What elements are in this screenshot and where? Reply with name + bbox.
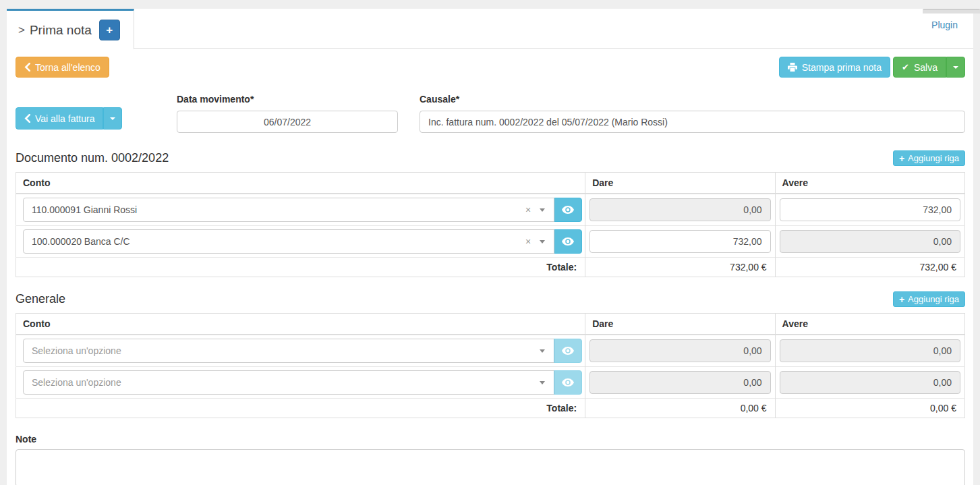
conto-select[interactable]: 100.000020 Banca C/C × <box>23 229 554 254</box>
goto-invoice-dropdown-button[interactable] <box>103 107 122 130</box>
content-area: Torna all'elenco Stampa prima nota ✔ <box>7 57 973 485</box>
table-row: 110.000091 Gianni Rossi × <box>16 194 965 226</box>
dare-input[interactable] <box>589 230 770 253</box>
clear-selection-icon[interactable]: × <box>525 236 531 247</box>
eye-icon <box>562 237 574 246</box>
conto-select[interactable]: Seleziona un'opzione <box>23 339 554 363</box>
check-icon: ✔ <box>902 62 909 72</box>
save-button-group: ✔ Salva <box>893 57 965 78</box>
page-title: Prima nota <box>30 23 92 38</box>
save-button[interactable]: ✔ Salva <box>893 57 946 78</box>
view-account-button <box>554 370 582 395</box>
plugin-link[interactable]: Plugin <box>931 20 958 30</box>
view-account-button <box>554 339 582 363</box>
plus-icon: + <box>899 153 904 164</box>
dare-input <box>589 371 770 394</box>
conto-select-group: 100.000020 Banca C/C × <box>23 229 582 254</box>
main-panel: > Prima nota + Plugin Torna all'elenco <box>7 9 973 485</box>
conto-select-placeholder: Seleziona un'opzione <box>32 377 121 388</box>
documento-table: Conto Dare Avere 110.000091 Gianni Rossi <box>16 172 965 277</box>
table-row: 100.000020 Banca C/C × <box>16 226 965 258</box>
total-row: Totale: 732,00 € 732,00 € <box>16 258 965 277</box>
eye-icon <box>562 347 574 355</box>
tab-bar: > Prima nota + Plugin <box>7 9 973 49</box>
clear-selection-icon[interactable]: × <box>525 204 531 215</box>
column-header-avere: Avere <box>775 173 964 194</box>
select-caret-icon <box>540 381 545 384</box>
back-to-list-label: Torna all'elenco <box>35 62 100 73</box>
note-section: Note <box>16 434 965 485</box>
view-account-button[interactable] <box>554 198 582 222</box>
total-row: Totale: 0,00 € 0,00 € <box>16 399 965 418</box>
conto-select[interactable]: 110.000091 Gianni Rossi × <box>23 198 554 222</box>
back-to-list-button[interactable]: Torna all'elenco <box>16 57 109 78</box>
toolbar-right: Stampa prima nota ✔ Salva <box>779 57 965 78</box>
caret-down-icon <box>110 117 115 120</box>
conto-select-placeholder: Seleziona un'opzione <box>32 345 121 356</box>
table-row: Seleziona un'opzione <box>16 367 965 399</box>
goto-invoice-button[interactable]: Vai alla fattura <box>16 107 103 130</box>
add-row-button[interactable]: + Aggiungi riga <box>893 291 965 307</box>
save-label: Salva <box>914 62 938 73</box>
total-avere: 732,00 € <box>775 258 964 277</box>
printer-icon <box>788 63 797 72</box>
table-row: Seleziona un'opzione <box>16 335 965 367</box>
add-row-label: Aggiungi riga <box>908 153 959 163</box>
section-header: Documento num. 0002/2022 + Aggiungi riga <box>16 150 965 166</box>
chevron-left-icon <box>24 114 30 123</box>
print-label: Stampa prima nota <box>802 62 882 73</box>
conto-select-group: 110.000091 Gianni Rossi × <box>23 198 582 222</box>
dare-input <box>589 198 770 221</box>
avere-input <box>780 230 960 253</box>
column-header-dare: Dare <box>585 173 775 194</box>
eye-icon <box>562 206 574 214</box>
section-title: Generale <box>16 292 65 306</box>
toolbar: Torna all'elenco Stampa prima nota ✔ <box>16 57 965 78</box>
view-account-button[interactable] <box>554 229 582 254</box>
plus-icon: + <box>106 24 113 36</box>
goto-invoice-button-group: Vai alla fattura <box>16 107 122 130</box>
goto-invoice-label: Vai alla fattura <box>35 113 94 124</box>
header-form: Vai alla fattura Data movimento* Causale… <box>16 94 965 133</box>
select-caret-icon <box>540 349 545 353</box>
avere-input <box>780 339 960 362</box>
add-row-label: Aggiungi riga <box>908 294 959 304</box>
total-dare: 732,00 € <box>585 258 775 277</box>
eye-icon <box>562 378 574 387</box>
causale-label: Causale* <box>420 94 965 105</box>
caret-down-icon <box>953 66 958 69</box>
causale-input[interactable] <box>420 111 965 133</box>
avere-input[interactable] <box>780 198 960 221</box>
note-label: Note <box>16 434 965 445</box>
section-documento: Documento num. 0002/2022 + Aggiungi riga… <box>16 150 965 277</box>
column-header-dare: Dare <box>585 314 775 335</box>
add-tab-button[interactable]: + <box>99 20 120 40</box>
collapsed-tab[interactable] <box>923 9 980 13</box>
section-header: Generale + Aggiungi riga <box>16 291 965 307</box>
chevron-left-icon <box>24 63 30 72</box>
add-row-button[interactable]: + Aggiungi riga <box>893 150 965 166</box>
conto-select-group: Seleziona un'opzione <box>23 339 582 363</box>
generale-table: Conto Dare Avere Seleziona un'opzione <box>16 313 965 418</box>
goto-invoice-area: Vai alla fattura <box>16 107 177 133</box>
date-input[interactable] <box>177 111 398 133</box>
save-dropdown-button[interactable] <box>946 57 965 78</box>
print-button[interactable]: Stampa prima nota <box>779 57 890 78</box>
date-label: Data movimento* <box>177 94 398 105</box>
plus-icon: + <box>899 294 904 305</box>
total-label: Totale: <box>16 258 585 277</box>
note-textarea[interactable] <box>16 449 965 485</box>
conto-select[interactable]: Seleziona un'opzione <box>23 370 554 395</box>
chevron-right-icon: > <box>18 24 25 37</box>
select-caret-icon <box>540 208 545 212</box>
avere-input <box>780 371 960 394</box>
column-header-conto: Conto <box>16 314 585 335</box>
tab-prima-nota[interactable]: > Prima nota + <box>7 9 134 49</box>
total-dare: 0,00 € <box>585 399 775 418</box>
select-caret-icon <box>540 240 545 244</box>
dare-input <box>589 339 770 362</box>
total-label: Totale: <box>16 399 585 418</box>
column-header-avere: Avere <box>775 314 964 335</box>
conto-select-value: 110.000091 Gianni Rossi <box>32 204 137 215</box>
section-title: Documento num. 0002/2022 <box>16 151 169 165</box>
